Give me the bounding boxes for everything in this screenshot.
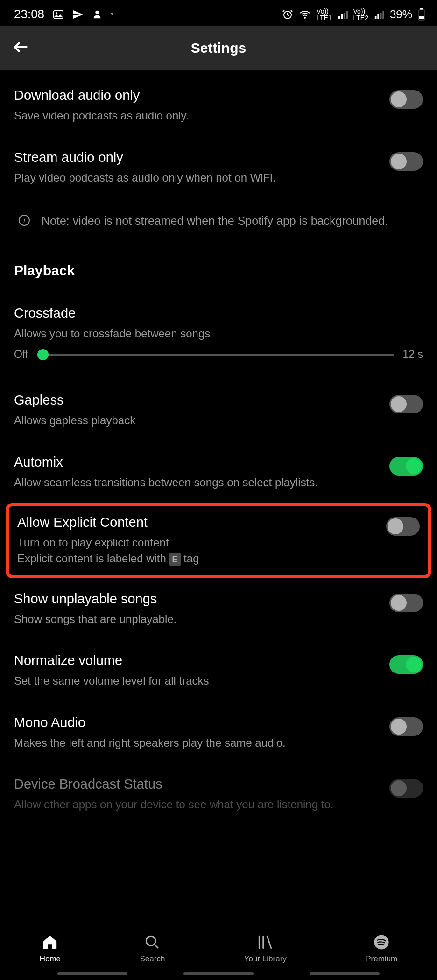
note-row: i Note: video is not streamed when the S… bbox=[14, 198, 423, 249]
setting-title: Stream audio only bbox=[14, 150, 375, 165]
status-bar: 23:08 • Vo))LTE1 Vo))LTE2 39% bbox=[0, 0, 437, 26]
explicit-tag-icon: E bbox=[169, 553, 181, 566]
setting-title: Download audio only bbox=[14, 88, 375, 103]
picture-icon bbox=[53, 9, 64, 20]
status-left: 23:08 • bbox=[14, 7, 113, 21]
normalize-toggle[interactable] bbox=[389, 655, 423, 674]
dot-icon: • bbox=[111, 9, 113, 19]
nav-label: Home bbox=[40, 954, 61, 964]
explicit-toggle[interactable] bbox=[386, 517, 420, 536]
send-icon bbox=[72, 9, 84, 20]
svg-rect-11 bbox=[382, 11, 384, 18]
setting-title: Gapless bbox=[14, 392, 375, 408]
setting-title: Device Broadcast Status bbox=[14, 777, 375, 792]
gapless-toggle[interactable] bbox=[389, 395, 423, 413]
download-audio-setting[interactable]: Download audio only Save video podcasts … bbox=[14, 75, 423, 137]
lte1-label: Vo))LTE1 bbox=[317, 8, 331, 21]
mono-setting[interactable]: Mono Audio Makes the left and right spea… bbox=[14, 702, 423, 764]
setting-subtitle: Makes the left and right speakers play t… bbox=[14, 735, 375, 751]
setting-title: Crossfade bbox=[14, 306, 423, 321]
spotify-icon bbox=[373, 934, 390, 951]
gapless-setting[interactable]: Gapless Allows gapless playback bbox=[14, 379, 423, 441]
broadcast-toggle[interactable] bbox=[389, 779, 423, 798]
svg-point-1 bbox=[56, 12, 57, 14]
crossfade-slider[interactable] bbox=[37, 354, 393, 356]
setting-subtitle: Save video podcasts as audio only. bbox=[14, 108, 375, 124]
setting-subtitle: Turn on to play explicit content Explici… bbox=[17, 535, 372, 566]
signal1-icon bbox=[338, 9, 348, 20]
nav-premium[interactable]: Premium bbox=[366, 934, 397, 964]
lte2-label: Vo))LTE2 bbox=[353, 8, 368, 21]
alarm-icon bbox=[282, 9, 293, 20]
setting-title: Allow Explicit Content bbox=[17, 515, 372, 530]
setting-title: Normalize volume bbox=[14, 653, 375, 668]
slider-thumb[interactable] bbox=[37, 349, 49, 360]
automix-toggle[interactable] bbox=[389, 457, 423, 476]
signal2-icon bbox=[374, 9, 384, 20]
note-text: Note: video is not streamed when the Spo… bbox=[42, 212, 388, 230]
setting-title: Automix bbox=[14, 455, 375, 470]
nav-home[interactable]: Home bbox=[40, 934, 61, 964]
status-right: Vo))LTE1 Vo))LTE2 39% bbox=[282, 8, 425, 21]
setting-subtitle: Allow seamless transitions between songs… bbox=[14, 475, 375, 490]
nav-search[interactable]: Search bbox=[140, 934, 165, 964]
svg-rect-6 bbox=[343, 13, 345, 19]
home-indicator bbox=[0, 972, 437, 975]
download-audio-toggle[interactable] bbox=[389, 90, 423, 109]
setting-subtitle: Allows you to crossfade between songs bbox=[14, 326, 423, 342]
setting-title: Show unplayable songs bbox=[14, 591, 375, 607]
broadcast-setting[interactable]: Device Broadcast Status Allow other apps… bbox=[14, 763, 423, 826]
setting-subtitle: Allow other apps on your device to see w… bbox=[14, 797, 375, 812]
stream-audio-toggle[interactable] bbox=[389, 152, 423, 171]
info-icon: i bbox=[19, 215, 30, 226]
svg-rect-5 bbox=[341, 14, 343, 19]
svg-point-15 bbox=[147, 936, 156, 945]
svg-rect-10 bbox=[380, 13, 382, 19]
home-icon bbox=[42, 934, 58, 951]
svg-rect-9 bbox=[377, 14, 379, 19]
settings-content: Download audio only Save video podcasts … bbox=[0, 70, 437, 826]
svg-point-2 bbox=[95, 10, 99, 14]
nav-label: Your Library bbox=[244, 954, 287, 964]
battery-percent: 39% bbox=[390, 8, 412, 21]
status-time: 23:08 bbox=[14, 7, 44, 21]
playback-section-header: Playback bbox=[14, 249, 423, 293]
wifi-icon bbox=[299, 9, 311, 20]
crossfade-setting: Crossfade Allows you to crossfade betwee… bbox=[14, 293, 423, 342]
explicit-content-setting[interactable]: Allow Explicit Content Turn on to play e… bbox=[6, 503, 431, 578]
svg-rect-7 bbox=[346, 11, 348, 18]
setting-subtitle: Set the same volume level for all tracks bbox=[14, 673, 375, 689]
setting-subtitle: Allows gapless playback bbox=[14, 413, 375, 428]
library-icon bbox=[257, 934, 274, 951]
nav-label: Premium bbox=[366, 954, 397, 964]
unplayable-setting[interactable]: Show unplayable songs Show songs that ar… bbox=[14, 578, 423, 640]
battery-icon bbox=[418, 8, 425, 21]
nav-library[interactable]: Your Library bbox=[244, 934, 287, 964]
svg-rect-4 bbox=[338, 16, 340, 18]
automix-setting[interactable]: Automix Allow seamless transitions betwe… bbox=[14, 441, 423, 504]
stream-audio-setting[interactable]: Stream audio only Play video podcasts as… bbox=[14, 137, 423, 199]
slider-min-label: Off bbox=[14, 348, 28, 361]
svg-rect-14 bbox=[419, 16, 424, 19]
crossfade-slider-row: Off 12 s bbox=[14, 341, 423, 379]
slider-max-label: 12 s bbox=[403, 348, 423, 361]
svg-rect-8 bbox=[375, 16, 377, 18]
unplayable-toggle[interactable] bbox=[389, 594, 423, 612]
header-bar: Settings bbox=[0, 26, 437, 70]
page-title: Settings bbox=[12, 40, 425, 56]
search-icon bbox=[144, 934, 161, 951]
setting-subtitle: Play video podcasts as audio only when n… bbox=[14, 170, 375, 186]
person-icon bbox=[92, 9, 102, 20]
back-button[interactable] bbox=[12, 38, 30, 58]
normalize-setting[interactable]: Normalize volume Set the same volume lev… bbox=[14, 640, 423, 702]
mono-toggle[interactable] bbox=[389, 717, 423, 736]
setting-subtitle: Show songs that are unplayable. bbox=[14, 611, 375, 627]
nav-label: Search bbox=[140, 954, 165, 964]
setting-title: Mono Audio bbox=[14, 715, 375, 730]
